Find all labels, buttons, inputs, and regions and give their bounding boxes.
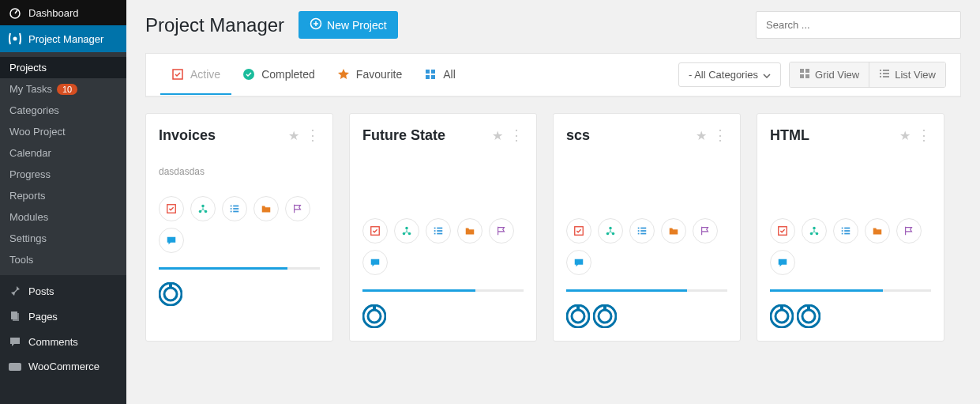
sidebar-sub-wooproject[interactable]: Woo Project [0, 121, 126, 142]
task-icon[interactable] [362, 218, 388, 244]
list-icon[interactable] [426, 218, 451, 244]
flag-icon[interactable] [693, 218, 718, 244]
task-icon[interactable] [159, 196, 184, 221]
org-icon[interactable] [394, 218, 419, 244]
org-icon[interactable] [802, 218, 827, 244]
sidebar-item-woocommerce[interactable]: WooCommerce [0, 354, 126, 379]
folder-icon[interactable] [457, 218, 482, 244]
category-filter[interactable]: - All Categories [678, 62, 781, 87]
svg-rect-11 [431, 75, 435, 79]
chat-icon[interactable] [770, 250, 795, 275]
svg-point-62 [599, 310, 611, 323]
org-icon[interactable] [598, 218, 623, 244]
list-view-button[interactable]: List View [869, 62, 945, 87]
svg-rect-41 [434, 230, 436, 232]
folder-icon[interactable] [865, 218, 890, 244]
favourite-star-icon[interactable]: ★ [696, 128, 707, 143]
card-menu-icon[interactable]: ⋮ [917, 126, 931, 144]
tab-all[interactable]: All [413, 55, 467, 95]
list-icon[interactable] [629, 218, 655, 244]
new-project-button[interactable]: New Project [299, 11, 397, 39]
svg-rect-52 [638, 228, 640, 229]
svg-rect-27 [233, 206, 238, 207]
sidebar-item-pages[interactable]: Pages [0, 304, 126, 329]
svg-rect-13 [805, 69, 809, 73]
flag-icon[interactable] [285, 196, 310, 221]
svg-rect-16 [880, 70, 881, 71]
list-icon[interactable] [833, 218, 858, 244]
chat-icon[interactable] [566, 250, 591, 275]
project-card[interactable]: scs ★ ⋮ [553, 113, 741, 342]
sidebar-sub-label: Projects [9, 62, 47, 74]
flag-icon[interactable] [896, 218, 922, 244]
task-icon[interactable] [566, 218, 591, 244]
card-menu-icon[interactable]: ⋮ [306, 126, 320, 144]
avatar[interactable] [159, 282, 182, 306]
task-icon[interactable] [770, 218, 795, 244]
search-input[interactable] [756, 11, 961, 39]
svg-rect-12 [800, 69, 804, 73]
flag-icon[interactable] [489, 218, 514, 244]
tab-label: All [443, 68, 456, 81]
favourite-star-icon[interactable]: ★ [899, 128, 911, 143]
sidebar-sub-label: My Tasks [9, 83, 52, 95]
new-project-label: New Project [327, 19, 386, 32]
org-icon[interactable] [190, 196, 216, 221]
sidebar-sub-modules[interactable]: Modules [0, 206, 126, 228]
avatar[interactable] [770, 304, 794, 328]
sidebar-sub-tools[interactable]: Tools [0, 249, 126, 270]
avatar[interactable] [566, 304, 590, 328]
chevron-down-icon [763, 69, 771, 81]
avatar[interactable] [797, 304, 820, 328]
avatar[interactable] [362, 304, 386, 328]
admin-sidebar: Dashboard Project Manager Projects My Ta… [0, 0, 126, 404]
grid-squares-icon [424, 68, 437, 81]
favourite-star-icon[interactable]: ★ [492, 128, 503, 143]
list-icon[interactable] [222, 196, 247, 221]
folder-icon[interactable] [661, 218, 686, 244]
sidebar-sub-projects[interactable]: Projects [0, 57, 126, 78]
project-description [362, 166, 524, 202]
sidebar-label-pm: Project Manager [28, 33, 103, 45]
svg-point-46 [368, 310, 381, 323]
sidebar-sub-mytasks[interactable]: My Tasks10 [0, 78, 126, 100]
tab-active[interactable]: Active [160, 55, 231, 95]
project-title: scs [566, 127, 696, 144]
view-label: Grid View [815, 69, 859, 81]
pm-icon [8, 32, 22, 46]
svg-rect-9 [431, 70, 435, 74]
project-action-icons [770, 218, 931, 275]
project-members [566, 304, 727, 328]
svg-rect-15 [805, 74, 809, 78]
tab-favourite[interactable]: Favourite [326, 55, 413, 95]
card-menu-icon[interactable]: ⋮ [509, 126, 524, 144]
project-card[interactable]: HTML ★ ⋮ [757, 113, 944, 342]
sidebar-label: Posts [28, 285, 54, 297]
svg-point-75 [775, 310, 788, 323]
project-members [159, 282, 320, 306]
sidebar-item-project-manager[interactable]: Project Manager [0, 25, 126, 52]
chat-icon[interactable] [362, 250, 388, 275]
project-card[interactable]: Future State ★ ⋮ [349, 113, 537, 342]
project-action-icons [566, 218, 727, 275]
svg-rect-40 [437, 228, 442, 229]
sidebar-sub-settings[interactable]: Settings [0, 228, 126, 249]
grid-view-button[interactable]: Grid View [790, 62, 869, 87]
tab-completed[interactable]: Completed [231, 55, 326, 95]
progress-bar [159, 267, 320, 270]
sidebar-item-posts[interactable]: Posts [0, 278, 126, 304]
sidebar-item-dashboard[interactable]: Dashboard [0, 0, 126, 25]
avatar[interactable] [593, 304, 617, 328]
sidebar-sub-label: Calendar [9, 147, 51, 159]
sidebar-sub-progress[interactable]: Progress [0, 164, 126, 185]
project-card[interactable]: Invoices ★ ⋮ dasdasdas [145, 113, 333, 342]
sidebar-item-comments[interactable]: Comments [0, 329, 126, 354]
sidebar-sub-calendar[interactable]: Calendar [0, 142, 126, 164]
folder-icon[interactable] [253, 196, 279, 221]
sidebar-sub-categories[interactable]: Categories [0, 100, 126, 121]
card-menu-icon[interactable]: ⋮ [713, 126, 727, 144]
favourite-star-icon[interactable]: ★ [288, 128, 299, 143]
sidebar-sub-reports[interactable]: Reports [0, 185, 126, 206]
chat-icon[interactable] [159, 228, 184, 253]
svg-rect-79 [807, 306, 810, 311]
